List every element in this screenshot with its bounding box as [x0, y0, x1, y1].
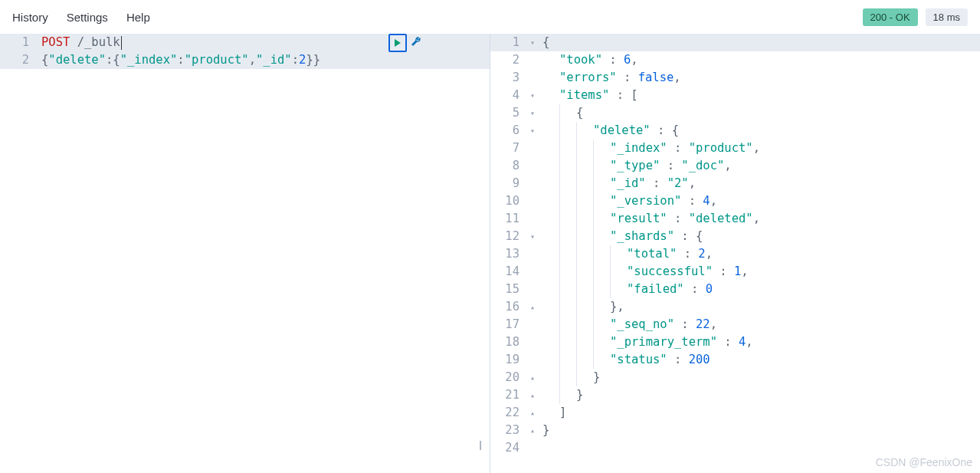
fold-toggle[interactable]: ▾: [527, 104, 538, 122]
response-line: 9"_id" : "2",: [490, 175, 980, 192]
response-line: 14"successful" : 1,: [490, 263, 980, 281]
fold-toggle: [527, 192, 538, 210]
editor-area: 1POST /_bulk2{"delete":{"_index":"produc…: [0, 34, 980, 473]
line-number: 4: [490, 87, 527, 104]
response-line: 3"errors" : false,: [490, 69, 980, 87]
code-content: "_version" : 4,: [538, 192, 980, 210]
line-number: 13: [490, 245, 527, 263]
code-content: "_id" : "2",: [538, 175, 980, 192]
response-line: 17"_seq_no" : 22,: [490, 316, 980, 333]
run-request-button[interactable]: [388, 34, 407, 52]
fold-toggle: [527, 157, 538, 175]
watermark: CSDN @FeenixOne: [876, 456, 972, 468]
line-number: 18: [490, 333, 527, 351]
response-line: 1▾{: [490, 34, 980, 51]
fold-toggle: [527, 140, 538, 157]
response-line: 19"status" : 200: [490, 351, 980, 369]
fold-toggle: [527, 316, 538, 333]
request-line[interactable]: 2{"delete":{"_index":"product","_id":2}}: [0, 51, 490, 69]
code-content: "_index" : "product",: [538, 140, 980, 157]
code-content[interactable]: {"delete":{"_index":"product","_id":2}}: [37, 51, 490, 69]
line-number: 11: [490, 210, 527, 228]
response-line: 15"failed" : 0: [490, 281, 980, 298]
fold-toggle: [527, 263, 538, 281]
time-badge: 18 ms: [926, 8, 968, 26]
line-number: 10: [490, 192, 527, 210]
response-line: 6▾"delete" : {: [490, 122, 980, 140]
line-number: 7: [490, 140, 527, 157]
fold-toggle[interactable]: ▾: [527, 122, 538, 140]
fold-toggle[interactable]: ▴: [527, 386, 538, 404]
request-editor[interactable]: 1POST /_bulk2{"delete":{"_index":"produc…: [0, 34, 490, 473]
response-line: 22▴]: [490, 404, 980, 422]
response-line: 13"total" : 2,: [490, 245, 980, 263]
fold-toggle[interactable]: ▾: [527, 87, 538, 104]
status-badge: 200 - OK: [863, 8, 918, 26]
line-number: 24: [490, 439, 527, 457]
response-line: 10"_version" : 4,: [490, 192, 980, 210]
line-number: 1: [0, 34, 37, 51]
code-content: }: [538, 422, 980, 439]
topbar-right: 200 - OK 18 ms: [863, 8, 968, 26]
fold-toggle: [527, 210, 538, 228]
line-number: 16: [490, 298, 527, 316]
fold-toggle[interactable]: ▴: [527, 422, 538, 439]
wrench-icon: [410, 37, 422, 49]
fold-toggle: [527, 175, 538, 192]
code-content: {: [538, 34, 980, 51]
line-number: 9: [490, 175, 527, 192]
fold-toggle[interactable]: ▴: [527, 404, 538, 422]
fold-toggle[interactable]: ▾: [527, 34, 538, 51]
response-line: 5▾{: [490, 104, 980, 122]
response-line: 24: [490, 439, 980, 457]
response-line: 11"result" : "deleted",: [490, 210, 980, 228]
code-content: [538, 439, 980, 457]
code-content: }: [538, 386, 980, 404]
request-options-button[interactable]: [407, 34, 425, 52]
code-content: "total" : 2,: [538, 245, 980, 263]
fold-toggle[interactable]: ▴: [527, 298, 538, 316]
fold-toggle: [527, 439, 538, 457]
response-line: 12▾"_shards" : {: [490, 228, 980, 245]
settings-link[interactable]: Settings: [67, 11, 108, 24]
play-icon: [393, 38, 402, 48]
response-line: 20▴}: [490, 369, 980, 386]
topbar-left: History Settings Help: [12, 11, 150, 24]
fold-toggle[interactable]: ▴: [527, 369, 538, 386]
line-number: 21: [490, 386, 527, 404]
line-number: 23: [490, 422, 527, 439]
code-content: "delete" : {: [538, 122, 980, 140]
code-content: "_shards" : {: [538, 228, 980, 245]
code-content: "_primary_term" : 4,: [538, 333, 980, 351]
code-content: {: [538, 104, 980, 122]
fold-toggle: [527, 51, 538, 69]
response-line: 23▴}: [490, 422, 980, 439]
line-number: 5: [490, 104, 527, 122]
fold-toggle: [527, 281, 538, 298]
code-content: "_type" : "_doc",: [538, 157, 980, 175]
code-content: "successful" : 1,: [538, 263, 980, 281]
code-content: ]: [538, 404, 980, 422]
line-number: 15: [490, 281, 527, 298]
request-actions: [388, 34, 425, 52]
response-line: 8"_type" : "_doc",: [490, 157, 980, 175]
response-line: 21▴}: [490, 386, 980, 404]
code-content: "result" : "deleted",: [538, 210, 980, 228]
help-link[interactable]: Help: [126, 11, 150, 24]
history-link[interactable]: History: [12, 11, 48, 24]
fold-toggle: [527, 69, 538, 87]
response-line: 7"_index" : "product",: [490, 140, 980, 157]
code-content: "status" : 200: [538, 351, 980, 369]
response-line: 4▾"items" : [: [490, 87, 980, 104]
code-content: "items" : [: [538, 87, 980, 104]
fold-toggle: [527, 245, 538, 263]
response-line: 2"took" : 6,: [490, 51, 980, 69]
line-number: 6: [490, 122, 527, 140]
line-number: 19: [490, 351, 527, 369]
fold-toggle[interactable]: ▾: [527, 228, 538, 245]
topbar: History Settings Help 200 - OK 18 ms: [0, 0, 980, 34]
line-number: 20: [490, 369, 527, 386]
line-number: 2: [0, 51, 37, 69]
response-viewer[interactable]: 1▾{2"took" : 6,3"errors" : false,4▾"item…: [490, 34, 980, 473]
text-cursor: [121, 36, 122, 50]
